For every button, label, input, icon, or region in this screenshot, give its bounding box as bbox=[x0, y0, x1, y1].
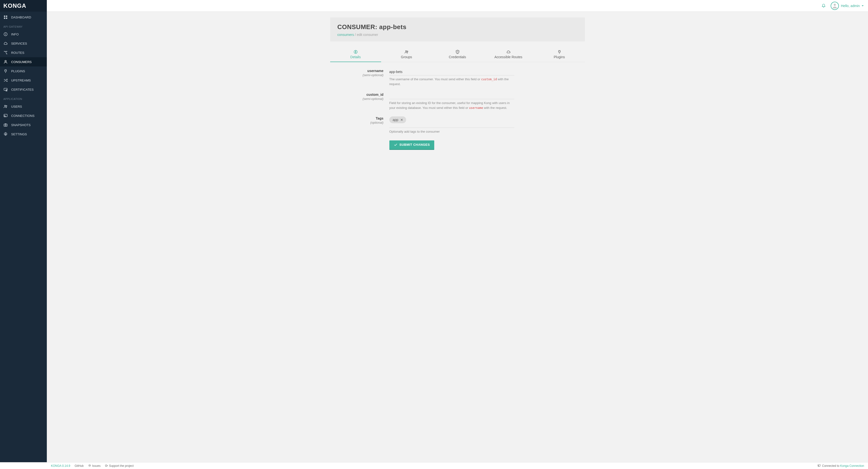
sidebar-item-label: PLUGINS bbox=[11, 69, 25, 73]
cloud-icon bbox=[506, 50, 511, 54]
sidebar-item-routes[interactable]: ROUTES bbox=[0, 48, 47, 57]
cast-icon bbox=[817, 464, 821, 468]
gear-icon bbox=[3, 132, 8, 136]
sidebar-nav: DASHBOARDAPI GATEWAYINFOSERVICESROUTESCO… bbox=[0, 12, 47, 139]
page-title: CONSUMER: app-bets bbox=[337, 23, 578, 31]
sidebar-item-services[interactable]: SERVICES bbox=[0, 39, 47, 48]
custom-id-sublabel: (semi-optional) bbox=[330, 97, 383, 101]
breadcrumb: consumers / edit consumer bbox=[337, 33, 578, 37]
sidebar-section-app: APPLICATION bbox=[0, 94, 47, 102]
sidebar: KONGA DASHBOARDAPI GATEWAYINFOSERVICESRO… bbox=[0, 0, 47, 462]
coffee-icon bbox=[105, 464, 108, 468]
topbar: Hello, admin bbox=[47, 0, 868, 12]
tags-label: Tags bbox=[330, 116, 383, 120]
close-icon[interactable] bbox=[400, 118, 403, 121]
avatar bbox=[831, 2, 839, 10]
cert-icon bbox=[3, 87, 8, 92]
tab-label: Groups bbox=[401, 55, 412, 59]
users-icon bbox=[3, 104, 8, 108]
person-icon bbox=[3, 60, 8, 64]
dashboard-icon bbox=[3, 15, 8, 20]
tags-sublabel: (optional) bbox=[330, 121, 383, 124]
sidebar-item-settings[interactable]: SETTINGS bbox=[0, 129, 47, 139]
sidebar-item-label: DASHBOARD bbox=[11, 15, 31, 19]
chevron-down-icon bbox=[862, 5, 864, 6]
sidebar-item-info[interactable]: INFO bbox=[0, 30, 47, 39]
tags-help: Optionally add tags to the consumer bbox=[390, 129, 514, 134]
plug-icon bbox=[3, 69, 8, 73]
breadcrumb-link-consumers[interactable]: consumers bbox=[337, 33, 354, 37]
custom-id-input[interactable] bbox=[390, 93, 514, 99]
tab-label: Credentials bbox=[449, 55, 466, 59]
consumer-form: username (semi-optional) The username of… bbox=[330, 69, 585, 150]
form-row-username: username (semi-optional) The username of… bbox=[330, 69, 585, 86]
page-header: CONSUMER: app-bets consumers / edit cons… bbox=[330, 18, 585, 41]
sidebar-item-users[interactable]: USERS bbox=[0, 102, 47, 111]
username-help: The username of the consumer. You must s… bbox=[390, 77, 514, 86]
sidebar-item-label: ROUTES bbox=[11, 51, 24, 55]
footer: KONGA 0.14.9 GitHubIssuesSupport the pro… bbox=[0, 462, 868, 469]
custom-id-help: Field for storing an existing ID for the… bbox=[390, 101, 514, 110]
sidebar-item-label: SERVICES bbox=[11, 42, 27, 45]
form-row-submit: SUBMIT CHANGES bbox=[330, 140, 585, 150]
routes-icon bbox=[3, 51, 8, 55]
sidebar-item-upstreams[interactable]: UPSTREAMS bbox=[0, 76, 47, 85]
custom-id-label: custom_id bbox=[330, 93, 383, 96]
sidebar-item-label: SETTINGS bbox=[11, 132, 27, 136]
sidebar-item-certificates[interactable]: CERTIFICATES bbox=[0, 85, 47, 94]
shield-icon bbox=[455, 50, 460, 54]
cloud-icon bbox=[3, 41, 8, 45]
sidebar-section-gateway: API GATEWAY bbox=[0, 22, 47, 30]
sidebar-item-plugins[interactable]: PLUGINS bbox=[0, 66, 47, 76]
check-icon bbox=[394, 143, 398, 147]
content-area: CONSUMER: app-bets consumers / edit cons… bbox=[47, 12, 868, 462]
camera-icon bbox=[3, 123, 8, 127]
tab-credentials[interactable]: Credentials bbox=[432, 47, 483, 62]
plug-icon bbox=[557, 50, 562, 54]
tab-plugins[interactable]: Plugins bbox=[534, 47, 585, 62]
tab-routes[interactable]: Accessible Routes bbox=[483, 47, 534, 62]
username-label: username bbox=[330, 69, 383, 73]
tags-input[interactable]: app bbox=[390, 116, 514, 123]
sidebar-item-consumers[interactable]: CONSUMERS bbox=[0, 57, 47, 66]
tag-label: app bbox=[393, 118, 398, 122]
tabs: DetailsGroupsCredentialsAccessible Route… bbox=[330, 47, 585, 62]
sidebar-item-connections[interactable]: CONNECTIONS bbox=[0, 111, 47, 120]
tab-groups[interactable]: Groups bbox=[381, 47, 432, 62]
tab-label: Plugins bbox=[554, 55, 565, 59]
sidebar-item-label: CONNECTIONS bbox=[11, 114, 34, 118]
username-sublabel: (semi-optional) bbox=[330, 73, 383, 77]
info-icon bbox=[3, 32, 8, 36]
notifications-icon[interactable] bbox=[822, 3, 826, 8]
tab-label: Accessible Routes bbox=[494, 55, 522, 59]
tab-label: Details bbox=[350, 55, 361, 59]
brand-logo[interactable]: KONGA bbox=[0, 0, 47, 12]
tab-details[interactable]: Details bbox=[330, 47, 381, 62]
sidebar-item-label: CONSUMERS bbox=[11, 60, 32, 64]
info-icon bbox=[353, 50, 358, 54]
form-row-tags: Tags (optional) app Optionally add tags … bbox=[330, 116, 585, 134]
tag-chip: app bbox=[390, 116, 406, 123]
user-greeting: Hello, admin bbox=[841, 4, 860, 8]
footer-version: KONGA 0.14.9 bbox=[51, 464, 70, 468]
form-row-custom-id: custom_id (semi-optional) Field for stor… bbox=[330, 93, 585, 110]
breadcrumb-current: edit consumer bbox=[357, 33, 378, 37]
sidebar-item-label: UPSTREAMS bbox=[11, 79, 31, 82]
username-input[interactable] bbox=[390, 69, 514, 75]
users-icon bbox=[404, 50, 409, 54]
footer-link-github[interactable]: GitHub bbox=[74, 464, 84, 468]
sidebar-item-snapshots[interactable]: SNAPSHOTS bbox=[0, 120, 47, 129]
footer-connection: Connected to Konga Connection bbox=[822, 464, 864, 468]
sidebar-item-label: CERTIFICATES bbox=[11, 88, 34, 91]
bug-icon bbox=[88, 464, 91, 468]
cast-icon bbox=[3, 114, 8, 118]
sidebar-item-label: INFO bbox=[11, 32, 19, 36]
submit-button[interactable]: SUBMIT CHANGES bbox=[390, 140, 434, 150]
footer-link-issues[interactable]: Issues bbox=[88, 464, 101, 468]
sidebar-item-label: SNAPSHOTS bbox=[11, 123, 31, 127]
sidebar-item-label: USERS bbox=[11, 105, 22, 108]
user-menu[interactable]: Hello, admin bbox=[831, 2, 864, 10]
sidebar-item-dashboard[interactable]: DASHBOARD bbox=[0, 12, 47, 22]
footer-link-support-the-project[interactable]: Support the project bbox=[105, 464, 133, 468]
shuffle-icon bbox=[3, 78, 8, 83]
